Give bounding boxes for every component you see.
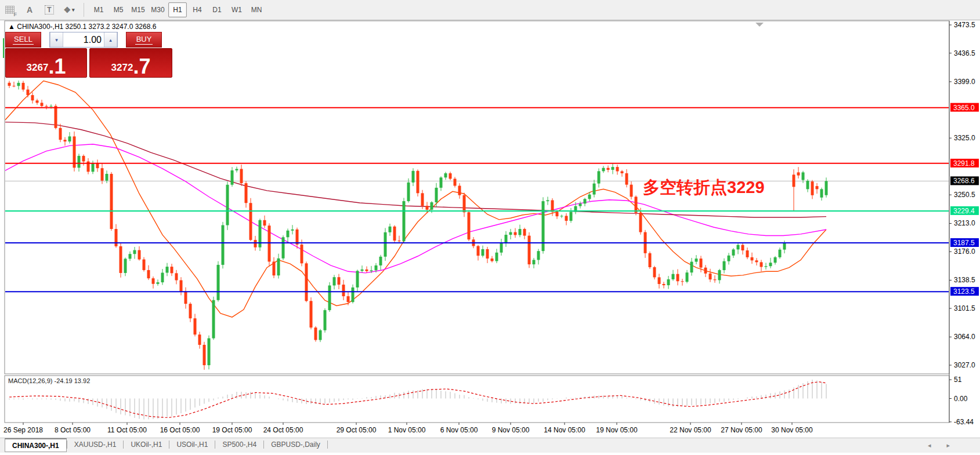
timeframe-button-m1[interactable]: M1: [89, 2, 108, 17]
timeframe-button-w1[interactable]: W1: [227, 2, 246, 17]
top-toolbar: F A T ❖▾ M1M5M15M30H1H4D1W1MN: [0, 0, 980, 20]
y-axis-label: 3064.0: [954, 333, 975, 341]
x-axis-label: 1 Nov 05:00: [388, 426, 426, 434]
y-axis-label: 3325.0: [954, 134, 975, 142]
x-axis-label: 19 Oct 05:00: [212, 426, 252, 434]
y-axis-label: 3101.5: [954, 304, 975, 312]
axis-price-label-text: 3187.5: [953, 239, 975, 247]
arrow-tool-icon[interactable]: A: [22, 3, 37, 17]
sell-button[interactable]: SELL: [5, 32, 41, 48]
y-axis-label: 3436.5: [954, 49, 975, 57]
x-axis-label: 8 Oct 05:00: [55, 426, 91, 434]
x-axis-label: 30 Nov 05:00: [771, 426, 813, 434]
x-axis-label: 19 Nov 05:00: [596, 426, 638, 434]
chart-tab-gbpusd-daily[interactable]: GBPUSD-,Daily: [264, 438, 327, 451]
toolbar-separator: [84, 3, 84, 17]
timeframe-button-m30[interactable]: M30: [149, 2, 167, 17]
timeframe-button-d1[interactable]: D1: [208, 2, 226, 17]
y-axis-label: 3176.0: [954, 247, 975, 256]
x-axis-label: 22 Nov 05:00: [670, 426, 711, 434]
volume-down-button[interactable]: ▾: [50, 32, 63, 47]
x-axis-label: 24 Oct 05:00: [263, 426, 303, 434]
chart-annotation[interactable]: 多空转折点3229: [643, 178, 765, 196]
y-axis-label: 3250.5: [954, 191, 975, 199]
styler-grid-icon[interactable]: F: [2, 3, 17, 17]
symbol-header: ▲ CHINA300-,H1 3250.1 3273.2 3247.0 3268…: [8, 23, 157, 31]
y-axis-label: 3138.5: [954, 276, 975, 284]
timeframe-button-m15[interactable]: M15: [129, 2, 147, 17]
tab-scroll-arrows[interactable]: ◂ ▸: [928, 442, 957, 449]
axis-price-label-text: 3365.0: [953, 104, 975, 112]
chart-window: 多空转折点3229▲ CHINA300-,H1 3250.1 3273.2 32…: [0, 20, 980, 455]
chart-tab-china300-h1[interactable]: CHINA300-,H1: [5, 438, 67, 452]
timeframe-button-mn[interactable]: MN: [247, 2, 266, 17]
x-axis-label: 27 Nov 05:00: [721, 426, 762, 434]
y-axis-label: 3473.5: [954, 21, 975, 29]
one-click-trade-panel: SELL ▾ ▴ BUY 3267.1 3272.7: [5, 32, 172, 78]
sell-quote[interactable]: 3267.1: [5, 48, 87, 78]
axis-price-label-text: 3268.6: [953, 177, 975, 185]
chart-tab-ukoil-h1[interactable]: UKOil-,H1: [124, 438, 169, 451]
y-axis-label: 3399.0: [954, 78, 975, 86]
macd-label: MACD(12,26,9) -24.19 13.92: [8, 377, 90, 384]
x-axis-label: 29 Oct 05:00: [337, 426, 377, 434]
axis-price-label-text: 3229.4: [953, 207, 975, 215]
buy-button[interactable]: BUY: [126, 32, 162, 48]
mt4-window: F A T ❖▾ M1M5M15M30H1H4D1W1MN 多空转折点3229▲…: [0, 0, 980, 455]
buy-quote[interactable]: 3272.7: [89, 48, 172, 78]
x-axis-label: 14 Nov 05:00: [544, 426, 585, 434]
chart-tab-usoil-h1[interactable]: USOil-,H1: [169, 438, 215, 451]
timeframe-buttons: M1M5M15M30H1H4D1W1MN: [89, 2, 266, 17]
y-axis-label: 3027.0: [954, 361, 975, 369]
volume-stepper: ▾ ▴: [49, 32, 118, 48]
text-label-icon[interactable]: T: [42, 3, 57, 17]
chart-tab-bar: CHINA300-,H1XAUUSD-,H1UKOil-,H1USOil-,H1…: [0, 438, 980, 453]
shapes-tool-icon[interactable]: ❖▾: [62, 3, 77, 17]
macd-axis-label: 51: [954, 376, 962, 384]
x-axis-label: 26 Sep 2018: [3, 426, 43, 434]
macd-axis-label: -63.44: [954, 418, 974, 426]
volume-input[interactable]: [63, 32, 104, 47]
price-chart[interactable]: 多空转折点3229▲ CHINA300-,H1 3250.1 3273.2 32…: [0, 20, 980, 455]
volume-up-button[interactable]: ▴: [104, 32, 117, 47]
timeframe-button-h4[interactable]: H4: [188, 2, 207, 17]
x-axis-label: 11 Oct 05:00: [107, 426, 147, 434]
x-axis-label: 9 Nov 05:00: [492, 426, 530, 434]
tab-divider: [327, 441, 328, 449]
chevron-down-icon: ▾: [72, 7, 75, 13]
macd-axis-label: 0.00: [954, 395, 968, 403]
y-axis-label: 3213.0: [954, 219, 975, 227]
timeframe-button-m5[interactable]: M5: [109, 2, 128, 17]
x-axis-label: 6 Nov 05:00: [440, 426, 478, 434]
chart-tab-sp500-h4[interactable]: SP500-,H4: [215, 438, 263, 451]
chart-tab-xauusd-h1[interactable]: XAUUSD-,H1: [67, 438, 124, 451]
timeframe-button-h1[interactable]: H1: [168, 2, 187, 17]
axis-price-label-text: 3291.8: [953, 159, 975, 168]
x-axis-label: 16 Oct 05:00: [160, 426, 200, 434]
axis-price-label-text: 3123.5: [953, 287, 975, 296]
